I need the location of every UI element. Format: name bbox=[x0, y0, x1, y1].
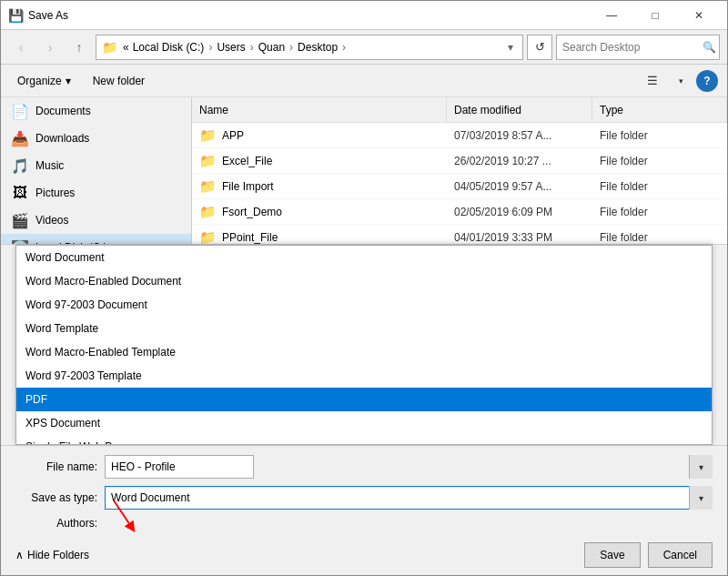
breadcrumb-folder-icon: 📁 bbox=[102, 40, 117, 55]
cancel-button[interactable]: Cancel bbox=[648, 542, 713, 568]
new-folder-button[interactable]: New folder bbox=[86, 70, 152, 92]
red-arrow-annotation bbox=[77, 496, 150, 541]
sidebar-label-music: Music bbox=[35, 159, 64, 172]
sidebar-item-downloads[interactable]: 📥 Downloads bbox=[1, 125, 191, 152]
folder-icon: 📁 bbox=[199, 178, 217, 195]
sidebar-label-documents: Documents bbox=[35, 105, 91, 117]
breadcrumb-dropdown-arrow[interactable]: ▾ bbox=[504, 41, 517, 54]
table-row[interactable]: 📁File Import 04/05/2019 9:57 A... File f… bbox=[192, 174, 727, 199]
organize-arrow: ▾ bbox=[66, 75, 71, 87]
dropdown-item-single-web[interactable]: Single File Web Page bbox=[16, 435, 712, 445]
dialog-icon: 💾 bbox=[8, 8, 23, 23]
window-controls: — □ ✕ bbox=[591, 1, 720, 30]
hide-folders-label: Hide Folders bbox=[27, 549, 89, 561]
title-bar: 💾 Save As — □ ✕ bbox=[1, 1, 727, 30]
dialog-title: Save As bbox=[28, 9, 591, 22]
view-button[interactable]: ☰ bbox=[640, 70, 665, 92]
up-button[interactable]: ↑ bbox=[66, 35, 92, 60]
dropdown-item-word-97-2003[interactable]: Word 97-2003 Document bbox=[16, 293, 712, 317]
save-as-dialog: 💾 Save As — □ ✕ ‹ › ↑ 📁 « Local Disk (C:… bbox=[0, 0, 728, 576]
sidebar-item-local-disk[interactable]: 💽 Local Disk (C:) bbox=[1, 234, 191, 244]
help-button[interactable]: ? bbox=[696, 70, 718, 92]
filename-input[interactable] bbox=[105, 455, 254, 479]
breadcrumb-quan: Quan bbox=[258, 41, 285, 54]
breadcrumb-segment-1: « bbox=[123, 41, 129, 54]
music-icon: 🎵 bbox=[12, 157, 28, 174]
documents-icon: 📄 bbox=[12, 103, 28, 119]
savetype-dropdown-area: Word Document Word Macro-Enabled Documen… bbox=[1, 245, 727, 445]
filename-label: File name: bbox=[15, 460, 97, 473]
search-bar: 🔍 bbox=[556, 35, 720, 60]
refresh-button[interactable]: ↺ bbox=[527, 35, 552, 60]
sidebar-label-videos: Videos bbox=[35, 214, 68, 227]
new-folder-label: New folder bbox=[93, 75, 145, 87]
bottom-form: File name: ▾ Save as type: Word Document… bbox=[1, 445, 727, 530]
search-icon: 🔍 bbox=[703, 41, 716, 54]
column-header-date[interactable]: Date modified bbox=[447, 97, 592, 122]
column-header-name[interactable]: Name bbox=[192, 97, 447, 122]
maximize-button[interactable]: □ bbox=[634, 1, 676, 30]
downloads-icon: 📥 bbox=[12, 130, 28, 147]
search-input[interactable] bbox=[562, 41, 699, 54]
toolbar: Organize ▾ New folder ☰ ▾ ? bbox=[1, 65, 727, 97]
breadcrumb-desktop: Desktop bbox=[298, 41, 338, 54]
organize-button[interactable]: Organize ▾ bbox=[10, 70, 78, 92]
dropdown-item-word-macro-template[interactable]: Word Macro-Enabled Template bbox=[16, 340, 712, 364]
dropdown-item-word-97-2003-template[interactable]: Word 97-2003 Template bbox=[16, 364, 712, 388]
savetype-dropdown-list: Word Document Word Macro-Enabled Documen… bbox=[15, 245, 713, 445]
hide-folders-arrow: ∧ bbox=[15, 549, 24, 561]
sidebar-item-videos[interactable]: 🎬 Videos bbox=[1, 207, 191, 234]
sidebar-label-pictures: Pictures bbox=[35, 187, 75, 199]
bottom-area: Word Document Word Macro-Enabled Documen… bbox=[1, 244, 727, 575]
column-header-type[interactable]: Type bbox=[592, 97, 727, 122]
breadcrumb-local-disk: Local Disk (C:) bbox=[133, 41, 205, 54]
videos-icon: 🎬 bbox=[12, 212, 28, 228]
svg-line-0 bbox=[114, 500, 132, 528]
table-row[interactable]: 📁Excel_File 26/02/2019 10:27 ... File fo… bbox=[192, 148, 727, 174]
back-button[interactable]: ‹ bbox=[8, 35, 34, 60]
minimize-button[interactable]: — bbox=[591, 1, 632, 30]
table-row[interactable]: 📁Fsort_Demo 02/05/2019 6:09 PM File fold… bbox=[192, 199, 727, 225]
filename-wrapper: ▾ bbox=[105, 455, 713, 479]
organize-label: Organize bbox=[17, 75, 62, 87]
pictures-icon: 🖼 bbox=[12, 185, 28, 201]
savetype-wrapper[interactable]: Word Document ▾ bbox=[105, 486, 713, 510]
sidebar-item-pictures[interactable]: 🖼 Pictures bbox=[1, 179, 191, 207]
folder-icon: 📁 bbox=[199, 229, 217, 245]
table-row[interactable]: 📁PPoint_File 04/01/2019 3:33 PM File fol… bbox=[192, 225, 727, 244]
folder-icon: 📁 bbox=[199, 153, 217, 169]
folder-icon: 📁 bbox=[199, 204, 217, 220]
main-content: 📄 Documents 📥 Downloads 🎵 Music 🖼 Pictur… bbox=[1, 97, 727, 244]
view-dropdown-button[interactable]: ▾ bbox=[672, 70, 689, 92]
nav-bar: ‹ › ↑ 📁 « Local Disk (C:) › Users › Quan… bbox=[1, 30, 727, 65]
authors-row: Authors: bbox=[15, 517, 713, 530]
dropdown-item-xps[interactable]: XPS Document bbox=[16, 411, 712, 435]
sidebar-label-downloads: Downloads bbox=[35, 132, 89, 145]
filename-row: File name: ▾ bbox=[15, 455, 713, 479]
forward-button[interactable]: › bbox=[37, 35, 63, 60]
file-list-header: Name Date modified Type bbox=[192, 97, 727, 123]
savetype-display[interactable]: Word Document bbox=[105, 486, 713, 510]
folder-icon: 📁 bbox=[199, 127, 217, 144]
close-button[interactable]: ✕ bbox=[678, 1, 720, 30]
dropdown-item-word-template[interactable]: Word Template bbox=[16, 317, 712, 340]
breadcrumb[interactable]: 📁 « Local Disk (C:) › Users › Quan › Des… bbox=[96, 35, 523, 60]
breadcrumb-users: Users bbox=[217, 41, 245, 54]
sidebar: 📄 Documents 📥 Downloads 🎵 Music 🖼 Pictur… bbox=[1, 97, 192, 244]
bottom-buttons: ∧ Hide Folders Save Cancel bbox=[1, 537, 727, 575]
sidebar-item-music[interactable]: 🎵 Music bbox=[1, 152, 191, 179]
dropdown-item-word-macro[interactable]: Word Macro-Enabled Document bbox=[16, 269, 712, 293]
dropdown-item-pdf[interactable]: PDF bbox=[16, 388, 712, 411]
dropdown-item-word-doc[interactable]: Word Document bbox=[16, 246, 712, 269]
hide-folders-button[interactable]: ∧ Hide Folders bbox=[15, 549, 89, 561]
save-button[interactable]: Save bbox=[584, 542, 640, 568]
sidebar-item-documents[interactable]: 📄 Documents bbox=[1, 97, 191, 125]
filename-arrow: ▾ bbox=[689, 455, 713, 479]
table-row[interactable]: 📁APP 07/03/2019 8:57 A... File folder bbox=[192, 123, 727, 148]
file-list: Name Date modified Type 📁APP 07/03/2019 … bbox=[192, 97, 727, 244]
